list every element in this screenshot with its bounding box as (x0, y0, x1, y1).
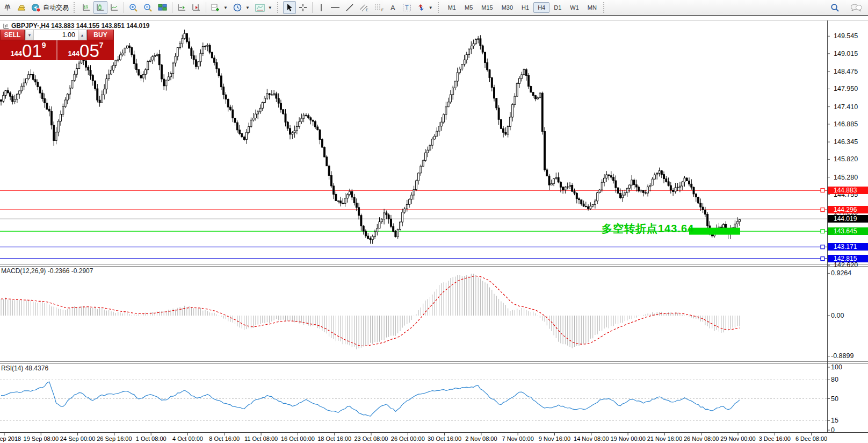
text-icon: A (389, 4, 397, 12)
text-label-icon: T (402, 3, 411, 12)
toolbar-separator (312, 2, 313, 13)
auto-scroll-icon (177, 3, 186, 12)
text-button[interactable]: A (387, 1, 400, 14)
timeframe-m30[interactable]: M30 (497, 2, 517, 13)
volume-input[interactable] (34, 30, 78, 40)
buy-price-big: 05 (79, 43, 99, 59)
search-button[interactable] (828, 1, 842, 14)
sell-price-sup: 9 (42, 41, 46, 49)
zoom-out-icon (143, 3, 153, 12)
autotrade-button[interactable]: 自动交易 (28, 1, 71, 14)
timeframe-h1[interactable]: H1 (517, 2, 533, 13)
volume-decrease-button[interactable]: ▼ (25, 30, 34, 40)
autotrade-icon (31, 3, 41, 12)
chart-canvas[interactable] (0, 0, 868, 443)
fibonacci-icon: F (374, 3, 384, 12)
toolbar-grip (438, 2, 440, 13)
svg-text:T: T (405, 4, 409, 11)
metaeditor-button[interactable] (14, 1, 28, 14)
chat-button[interactable] (848, 1, 865, 14)
timeframe-m5[interactable]: M5 (460, 2, 477, 13)
timeframe-d1[interactable]: D1 (549, 2, 566, 13)
buy-price-sup: 7 (99, 41, 104, 49)
templates-icon (255, 4, 265, 12)
zoom-in-button[interactable] (126, 1, 141, 14)
crosshair-icon (299, 3, 307, 12)
sell-price-display[interactable]: 144019 (0, 40, 56, 60)
cursor-button[interactable] (283, 1, 296, 14)
volume-increase-button[interactable]: ▲ (78, 30, 86, 40)
toolbar-grip (277, 2, 280, 13)
text-label-button[interactable]: T (400, 1, 414, 14)
timeframe-group: M1M5M15M30H1H4D1W1MN (444, 2, 601, 13)
search-icon (830, 3, 840, 12)
gold-ingot-icon (17, 3, 26, 12)
periods-button[interactable]: ▼ (230, 1, 252, 14)
timeframe-m1[interactable]: M1 (444, 2, 460, 13)
tile-windows-icon (158, 3, 167, 12)
svg-text:A: A (390, 4, 395, 12)
crosshair-button[interactable] (296, 1, 310, 14)
templates-button[interactable]: ▼ (252, 1, 275, 14)
chart-shift-button[interactable] (189, 1, 204, 14)
mt4-window: 单 自动交易 (0, 0, 868, 443)
candlestick-icon (96, 3, 105, 12)
arrows-icon (417, 3, 425, 12)
equidistant-channel-button[interactable]: E (357, 1, 372, 14)
toolbar-grip (74, 2, 76, 13)
svg-text:F: F (381, 8, 384, 12)
periods-clock-icon (233, 3, 242, 12)
horizontal-line-icon (330, 5, 340, 10)
trendline-button[interactable] (343, 1, 357, 14)
chart-shift-icon (192, 3, 201, 12)
horizontal-line-button[interactable] (328, 1, 343, 14)
vertical-line-button[interactable] (315, 1, 328, 14)
buy-price-display[interactable]: 144057 (57, 40, 114, 60)
auto-scroll-button[interactable] (175, 1, 189, 14)
indicators-add-icon (211, 3, 220, 12)
line-chart-button[interactable] (107, 1, 121, 14)
timeframe-h4[interactable]: H4 (533, 2, 549, 13)
indicators-button[interactable]: ▼ (208, 1, 230, 14)
toolbar-right (828, 1, 867, 14)
arrows-button[interactable]: ▼ (414, 1, 436, 14)
sell-price-big: 01 (22, 43, 42, 59)
fibonacci-button[interactable]: F (372, 1, 387, 14)
toolbar-separator (172, 2, 172, 13)
chat-icon (850, 3, 862, 12)
sell-button[interactable]: SELL (0, 30, 25, 40)
tile-windows-button[interactable] (155, 1, 170, 14)
cursor-icon (286, 3, 293, 12)
timeframe-mn[interactable]: MN (583, 2, 601, 13)
svg-text:E: E (366, 8, 368, 12)
dropdown-arrow-icon: ▼ (245, 5, 250, 10)
toolbar-separator (206, 2, 206, 13)
new-order-label: 单 (4, 3, 11, 12)
zoom-in-icon (129, 3, 138, 12)
timeframe-m15[interactable]: M15 (477, 2, 497, 13)
buy-price-prefix: 144 (68, 49, 79, 58)
toolbar-separator (124, 2, 124, 13)
sell-price-prefix: 144 (10, 49, 22, 58)
bar-chart-button[interactable] (79, 1, 93, 14)
dropdown-arrow-icon: ▼ (429, 5, 433, 10)
vertical-line-icon (319, 3, 324, 12)
bar-chart-icon (82, 3, 91, 12)
toolbar: 单 自动交易 (0, 0, 868, 16)
dropdown-arrow-icon: ▼ (268, 5, 272, 10)
dropdown-arrow-icon: ▼ (223, 5, 228, 10)
zoom-out-button[interactable] (141, 1, 155, 14)
autotrade-label: 自动交易 (43, 3, 69, 12)
buy-button[interactable]: BUY (87, 30, 114, 40)
one-click-trade-panel: SELL ▼ ▲ BUY 144019 144057 (0, 30, 114, 60)
timeframe-w1[interactable]: W1 (566, 2, 583, 13)
volume-control: ▼ ▲ (25, 30, 87, 40)
trendline-icon (345, 3, 354, 12)
candlestick-chart-button[interactable] (93, 1, 107, 14)
equidistant-channel-icon: E (359, 3, 369, 12)
line-chart-icon (110, 3, 119, 12)
toolbar-grip (603, 2, 606, 13)
new-order-button[interactable]: 单 (1, 1, 14, 14)
